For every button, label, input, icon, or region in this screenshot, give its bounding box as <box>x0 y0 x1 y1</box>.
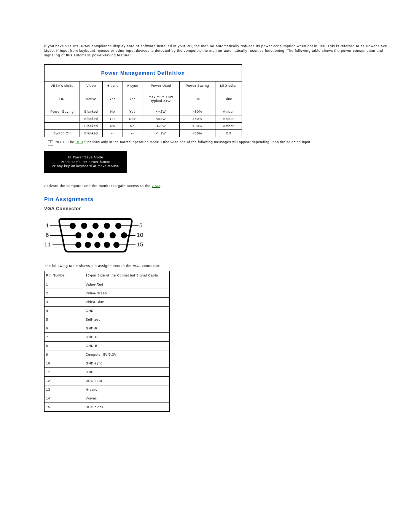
pm-table-title: Power Management Definition <box>45 65 242 81</box>
pin-icon <box>121 232 127 238</box>
pm-td: -- <box>102 130 123 137</box>
pin-icon <box>81 223 87 229</box>
pm-td: Yes <box>102 115 123 123</box>
pin-td: 15 <box>45 403 84 411</box>
pin-td: 10 <box>45 359 84 367</box>
pin-label: 11 <box>44 241 51 248</box>
pin-th: 15-pin Side of the Connected Signal Cabl… <box>84 271 170 280</box>
pin-icon <box>87 232 93 238</box>
pin-table-row: 2Video-Green <box>45 289 170 297</box>
pin-td: GND-sync <box>84 359 170 367</box>
pin-td: H-sync <box>84 385 170 394</box>
pin-td: 4 <box>45 306 84 315</box>
osd-link-2[interactable]: OSD <box>152 184 160 188</box>
pin-icon <box>104 242 110 248</box>
pm-td: <=2W <box>142 115 180 123</box>
pm-td: Blanked <box>80 108 103 115</box>
pin-th: Pin Number <box>45 271 84 280</box>
blackbox-line: or any key on keyboard or move mouse <box>46 164 126 168</box>
pin-icon <box>85 242 91 248</box>
pin-td: 6 <box>45 324 84 332</box>
pm-td: 0% <box>180 90 215 108</box>
pin-label: 1 <box>46 222 49 228</box>
pin-label: 10 <box>137 232 143 238</box>
pin-icon <box>104 223 110 229</box>
pm-td: Switch Off <box>45 130 80 137</box>
pin-assignments-heading: Pin Assignments <box>44 196 395 202</box>
pin-table-row: 10GND-sync <box>45 359 170 367</box>
pin-table-row: 6GND-R <box>45 324 170 332</box>
pin-td: 2 <box>45 289 84 297</box>
pm-td: Blanked <box>80 123 103 130</box>
pin-td: 13 <box>45 385 84 394</box>
pin-icon <box>92 223 99 229</box>
pin-icon <box>110 232 116 238</box>
pin-td: GND-R <box>84 324 170 332</box>
pin-td: Video-Green <box>84 289 170 297</box>
pin-td: GND-G <box>84 332 170 341</box>
power-save-message-box: In Power Save Mode Press computer power … <box>44 151 127 173</box>
pin-table-row: 7GND-G <box>45 332 170 341</box>
pm-td: Blanked <box>80 130 103 137</box>
note-prefix: NOTE: The <box>56 140 75 144</box>
pm-th: V-sync <box>123 81 142 90</box>
pin-icon <box>98 232 104 238</box>
pin-td: 12 <box>45 376 84 385</box>
pin-table-row: 13H-sync <box>45 385 170 394</box>
pm-td: Amber <box>215 108 242 115</box>
note-text: NOTE: The OSD functions only in the norm… <box>56 140 312 144</box>
pin-label: 15 <box>137 241 143 248</box>
pin-td: 3 <box>45 297 84 306</box>
osd-link[interactable]: OSD <box>75 140 83 144</box>
pin-td: 8 <box>45 341 84 350</box>
pin-icon <box>94 242 100 248</box>
pin-td: 5 <box>45 315 84 324</box>
pin-table-row: 15DDC clock <box>45 403 170 411</box>
pin-icon <box>75 242 81 248</box>
pm-td: No <box>123 123 142 130</box>
pm-td: Amber <box>215 123 242 130</box>
pm-th: Power Used <box>142 81 180 90</box>
pm-td: Yes <box>102 90 123 108</box>
pm-table-row: Blanked Yes No> <=2W >80% Amber <box>45 115 242 123</box>
note-suffix: functions only in the normal operation m… <box>83 140 312 144</box>
para2-suffix: . <box>160 184 161 188</box>
pin-td: GND <box>84 367 170 376</box>
pm-table-row: Power Saving Blanked No Yes <=2W >80% Am… <box>45 108 242 115</box>
pin-label: 5 <box>139 222 143 228</box>
pm-td: ON <box>45 90 80 108</box>
pm-td: <=2W <box>142 123 180 130</box>
pm-th: LED color <box>215 81 242 90</box>
pin-table-row: 8GND-B <box>45 341 170 350</box>
pm-td: Blue <box>215 90 242 108</box>
power-management-table: Power Management Definition VESA's Mode … <box>44 64 242 137</box>
pm-td: Yes <box>123 90 142 108</box>
pm-td: No> <box>123 115 142 123</box>
pin-td: Video-Blue <box>84 297 170 306</box>
pin-table-row: 11GND <box>45 367 170 376</box>
pin-table-row: 3Video-Blue <box>45 297 170 306</box>
pm-table-header-row: VESA's Mode Video H-sync V-sync Power Us… <box>45 81 242 90</box>
pin-table-row: 4GND <box>45 306 170 315</box>
pin-td: Computer 5V/3.3V <box>84 350 170 359</box>
pin-td: 14 <box>45 394 84 403</box>
pin-icon <box>113 242 119 248</box>
pm-td: Amber <box>215 115 242 123</box>
pm-td: Yes <box>123 108 142 115</box>
pm-td <box>45 115 80 123</box>
pm-th: Video <box>80 81 103 90</box>
pm-td: Blanked <box>80 115 103 123</box>
pm-td: Power Saving <box>45 108 80 115</box>
pm-td: No <box>102 108 123 115</box>
pin-table-row: 5Self-test <box>45 315 170 324</box>
pm-th: VESA's Mode <box>45 81 80 90</box>
pin-table-header-row: Pin Number 15-pin Side of the Connected … <box>45 271 170 280</box>
pin-table-row: 12DDC data <box>45 376 170 385</box>
note: ✎ NOTE: The OSD functions only in the no… <box>44 140 395 145</box>
pm-table-row: ON Active Yes Yes maximum 40W typical 34… <box>45 90 242 108</box>
pin-td: GND-B <box>84 341 170 350</box>
pm-td: >80% <box>180 123 215 130</box>
pin-table-row: 9Computer 5V/3.3V <box>45 350 170 359</box>
pm-table-row: Blanked No No <=2W >80% Amber <box>45 123 242 130</box>
pin-td: DDC clock <box>84 403 170 411</box>
